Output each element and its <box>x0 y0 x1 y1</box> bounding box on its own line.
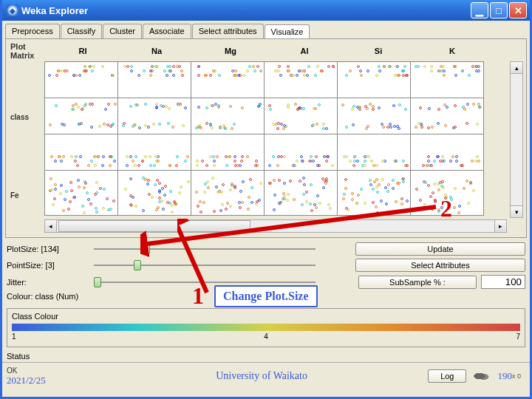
jitter-label: Jitter: <box>7 278 88 287</box>
colour-spectrum[interactable] <box>12 324 520 331</box>
col-label: Si <box>341 47 415 55</box>
plotsize-label: PlotSize: [134] <box>7 245 88 253</box>
maximize-button[interactable]: □ <box>490 2 508 18</box>
scatter-cell[interactable] <box>117 134 191 171</box>
col-label: RI <box>46 47 120 55</box>
scale-label: 4 <box>264 332 268 341</box>
minimize-button[interactable]: ▁ <box>471 2 488 18</box>
row-label: Fe <box>9 172 44 218</box>
subsample-button[interactable]: SubSample % : <box>358 276 477 289</box>
scale-label: 7 <box>516 332 520 341</box>
page-num: 190 <box>497 370 512 382</box>
col-label: Al <box>267 47 341 55</box>
subsample-input[interactable] <box>481 275 525 289</box>
scatter-cell[interactable] <box>44 98 118 134</box>
vertical-scrollbar[interactable]: ▴ ▾ <box>510 61 523 218</box>
scatter-cell[interactable] <box>44 61 118 98</box>
scatter-cell[interactable] <box>337 61 411 98</box>
scatter-cell[interactable] <box>117 61 191 98</box>
colour-label: Colour: class (Num) <box>7 292 88 301</box>
weka-bird-icon <box>471 369 493 383</box>
window-titlebar: ◆ Weka Explorer ▁ □ ✕ <box>2 0 530 21</box>
scatter-cell[interactable] <box>410 98 484 134</box>
row-label <box>9 61 44 98</box>
scatter-cell[interactable] <box>264 98 338 134</box>
window-title: Weka Explorer <box>21 5 88 16</box>
scatter-cell[interactable] <box>410 61 484 98</box>
status-ok: OK <box>7 366 17 375</box>
scatter-cell[interactable] <box>264 134 338 171</box>
tab-visualize[interactable]: Visualize <box>265 24 310 39</box>
svg-line-3 <box>177 226 207 293</box>
pointsize-label: PointSize: [3] <box>7 261 88 270</box>
scatter-cell[interactable] <box>191 61 265 98</box>
scroll-right-icon[interactable]: ▸ <box>494 220 506 232</box>
plot-matrix-title: Plot Matrix <box>10 42 46 60</box>
x0-label: x 0 <box>512 372 521 380</box>
scroll-up-icon[interactable]: ▴ <box>511 62 522 74</box>
main-tabs: Preprocess Classify Cluster Associate Se… <box>2 21 530 38</box>
class-colour-title: Class Colour <box>12 312 520 321</box>
row-label <box>9 135 44 172</box>
scatter-cell[interactable] <box>264 61 338 98</box>
scatter-cell[interactable] <box>191 134 265 171</box>
class-colour-panel: Class Colour 1 4 7 <box>7 308 525 347</box>
row-label: class <box>9 98 44 135</box>
tab-select-attributes[interactable]: Select attributes <box>192 24 264 38</box>
tab-cluster[interactable]: Cluster <box>103 24 142 38</box>
tab-preprocess[interactable]: Preprocess <box>5 24 60 38</box>
app-icon: ◆ <box>7 4 18 16</box>
log-button[interactable]: Log <box>428 369 466 383</box>
scatter-cell[interactable] <box>44 134 118 171</box>
scatter-cell[interactable] <box>191 98 265 134</box>
scatter-cell[interactable] <box>337 98 411 134</box>
scatter-cell[interactable] <box>44 170 118 216</box>
col-label: Mg <box>194 47 267 55</box>
tab-classify[interactable]: Classify <box>61 24 103 38</box>
scatter-cell[interactable] <box>410 134 484 171</box>
select-attributes-button[interactable]: Select Attributes <box>355 259 525 272</box>
status-date: 2021/2/25 <box>7 375 46 386</box>
scatter-cell[interactable] <box>117 98 191 134</box>
scroll-left-icon[interactable]: ◂ <box>45 220 57 232</box>
col-label: K <box>415 47 489 55</box>
close-button[interactable]: ✕ <box>509 2 527 18</box>
scale-label: 1 <box>12 332 16 341</box>
scroll-down-icon[interactable]: ▾ <box>511 205 522 217</box>
status-title: Status <box>2 350 530 362</box>
col-label: Na <box>120 47 194 55</box>
scatter-plot-grid[interactable] <box>44 61 507 218</box>
statusbar: OK 2021/2/25 University of Waikato Log 1… <box>2 362 530 389</box>
tab-associate[interactable]: Associate <box>143 24 191 38</box>
footer-text: University of Waikato <box>95 370 428 382</box>
scatter-cell[interactable] <box>337 134 411 171</box>
